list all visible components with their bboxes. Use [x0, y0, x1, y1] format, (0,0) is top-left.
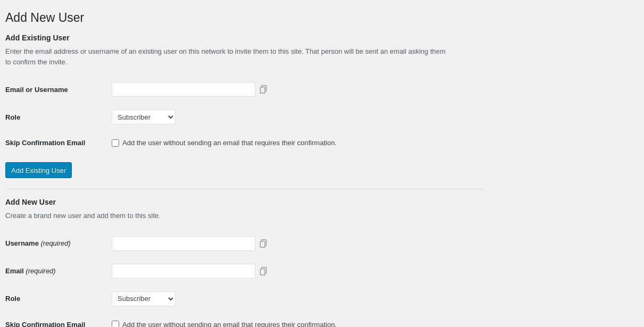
- new-skip-confirmation-checkbox-label[interactable]: Add the user without sending an email th…: [112, 321, 484, 328]
- new-username-input[interactable]: [112, 236, 255, 251]
- existing-email-username-row: Email or Username: [5, 76, 484, 103]
- svg-rect-5: [260, 269, 265, 275]
- new-username-label: Username (required): [5, 230, 112, 257]
- new-skip-confirmation-text: Add the user without sending an email th…: [122, 321, 337, 328]
- add-existing-user-button[interactable]: Add Existing User: [5, 162, 72, 178]
- new-email-row: Email (required): [5, 257, 484, 285]
- new-role-label: Role: [5, 285, 112, 313]
- new-role-row: Role Subscriber Contributor Author Edito…: [5, 285, 484, 313]
- new-user-form: Username (required) Email (requ: [5, 230, 484, 328]
- svg-rect-3: [260, 241, 265, 247]
- existing-email-username-label: Email or Username: [5, 76, 112, 103]
- existing-skip-confirmation-text: Add the user without sending an email th…: [122, 139, 337, 147]
- existing-email-clipboard-icon[interactable]: [257, 83, 269, 95]
- new-role-select[interactable]: Subscriber Contributor Author Editor Adm…: [112, 291, 175, 306]
- existing-email-username-input-wrapper: [112, 82, 484, 97]
- new-skip-confirmation-row: Skip Confirmation Email Add the user wit…: [5, 313, 484, 328]
- existing-role-row: Role Subscriber Contributor Author Edito…: [5, 103, 484, 131]
- new-email-input[interactable]: [112, 264, 255, 279]
- new-user-section-title: Add New User: [5, 198, 633, 206]
- existing-skip-confirmation-label: Skip Confirmation Email: [5, 131, 112, 155]
- new-user-description: Create a brand new user and add them to …: [5, 211, 447, 221]
- existing-skip-confirmation-checkbox[interactable]: [112, 139, 119, 147]
- existing-skip-confirmation-row: Skip Confirmation Email Add the user wit…: [5, 131, 484, 155]
- new-username-clipboard-icon[interactable]: [257, 238, 269, 249]
- existing-role-select[interactable]: Subscriber Contributor Author Editor Adm…: [112, 110, 175, 124]
- section-divider: [5, 189, 484, 189]
- existing-user-description: Enter the email address or username of a…: [5, 46, 447, 67]
- new-email-label: Email (required): [5, 257, 112, 285]
- new-email-clipboard-icon[interactable]: [257, 265, 269, 277]
- new-email-input-wrapper: [112, 264, 484, 279]
- existing-user-button-wrapper: Add Existing User: [5, 162, 633, 178]
- svg-rect-1: [260, 87, 265, 93]
- existing-user-section-title: Add Existing User: [5, 33, 633, 42]
- existing-email-username-input[interactable]: [112, 82, 255, 97]
- existing-user-form: Email or Username Role Subscriber: [5, 76, 484, 155]
- existing-role-label: Role: [5, 103, 112, 131]
- add-existing-user-section: Add Existing User Enter the email addres…: [5, 33, 633, 178]
- new-skip-confirmation-label: Skip Confirmation Email: [5, 313, 112, 328]
- new-skip-confirmation-checkbox[interactable]: [112, 321, 119, 327]
- new-username-input-wrapper: [112, 236, 484, 251]
- page-title: Add New User: [5, 11, 633, 25]
- new-username-row: Username (required): [5, 230, 484, 257]
- existing-skip-confirmation-checkbox-label[interactable]: Add the user without sending an email th…: [112, 139, 484, 147]
- add-new-user-section: Add New User Create a brand new user and…: [5, 198, 633, 327]
